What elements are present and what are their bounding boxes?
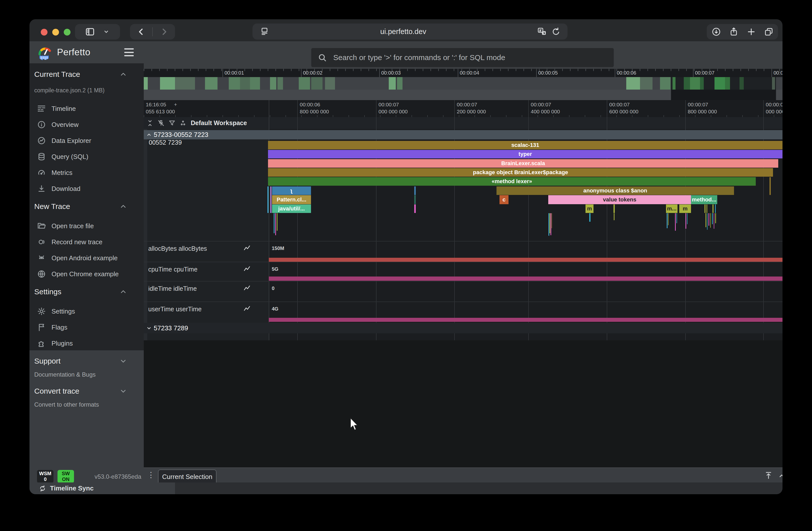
track-group-header-collapsed[interactable]: 57233 7289 xyxy=(144,323,783,333)
trace-slice[interactable] xyxy=(685,213,686,229)
section-subtitle[interactable]: Convert to other formats xyxy=(34,401,99,408)
trace-slice[interactable] xyxy=(274,213,275,233)
chevron-down-icon[interactable] xyxy=(102,28,111,36)
sidebar-toggle-icon[interactable] xyxy=(85,26,96,37)
sidebar-item-timeline[interactable]: Timeline xyxy=(29,102,144,115)
forward-button[interactable] xyxy=(153,27,175,37)
trace-slice[interactable]: method... xyxy=(691,195,717,204)
overview-time-ruler[interactable]: 00:00:0100:00:0200:00:0300:00:0400:00:05… xyxy=(144,69,783,77)
trace-slice[interactable] xyxy=(551,213,551,235)
chevron-down-icon[interactable] xyxy=(119,357,128,365)
trace-slice[interactable] xyxy=(668,213,668,225)
workspace-icon[interactable] xyxy=(179,120,187,127)
trace-slice[interactable] xyxy=(769,177,771,195)
trace-slice[interactable] xyxy=(715,205,716,213)
sidebar-item-open-trace-file[interactable]: Open trace file xyxy=(29,220,144,233)
close-window-button[interactable] xyxy=(41,29,47,36)
trace-slice[interactable]: value tokens xyxy=(548,195,691,204)
trace-slice[interactable]: c xyxy=(499,195,508,204)
trace-slice[interactable] xyxy=(712,213,713,224)
sidebar-item-settings[interactable]: Settings xyxy=(29,305,144,318)
trace-slice[interactable]: scalac-131 xyxy=(268,141,783,149)
viewport-time-ruler[interactable]: 16:16:05+055 613 00000:00:06800 000 0000… xyxy=(144,100,783,117)
trace-slice[interactable]: BrainLexer.scala xyxy=(268,159,778,168)
trace-slice[interactable] xyxy=(277,213,277,231)
trace-slice[interactable]: «method lexer» xyxy=(268,177,756,186)
counter-track-idleTime[interactable]: idleTime idleTime0 xyxy=(144,281,783,302)
section-subtitle[interactable]: Documentation & Bugs xyxy=(34,371,96,378)
trace-slice[interactable]: typer xyxy=(268,150,783,158)
trace-slice[interactable] xyxy=(687,213,687,224)
overview-minimap[interactable] xyxy=(144,77,783,100)
sidebar-item-record-new-trace[interactable]: Record new trace xyxy=(29,236,144,249)
tab-current-selection[interactable]: Current Selection xyxy=(158,470,217,483)
trace-slice[interactable] xyxy=(549,213,549,236)
chevron-up-icon[interactable] xyxy=(119,70,128,79)
trace-slice[interactable]: anonymous class $anon xyxy=(496,186,734,195)
chevron-up-icon[interactable] xyxy=(119,202,128,211)
address-bar[interactable]: ui.perfetto.dev xyxy=(252,24,567,40)
trace-slice[interactable]: java/util/... xyxy=(272,205,311,213)
translate-icon[interactable] xyxy=(537,27,547,37)
trace-slice[interactable] xyxy=(550,213,550,233)
chevron-down-icon[interactable] xyxy=(119,387,128,395)
trace-slice[interactable] xyxy=(714,213,714,229)
sidebar-item-overview[interactable]: Overview xyxy=(29,118,144,131)
trace-slice[interactable] xyxy=(551,213,552,228)
sidebar-item-data-explorer[interactable]: Data Explorer xyxy=(29,134,144,147)
minimize-window-button[interactable] xyxy=(52,29,59,36)
menu-icon[interactable] xyxy=(124,48,134,56)
sidebar-item-open-android-example[interactable]: Open Android example xyxy=(29,251,144,265)
trace-slice[interactable]: m... xyxy=(666,205,678,213)
trace-slice[interactable] xyxy=(707,213,708,230)
trace-slice[interactable] xyxy=(709,213,709,226)
trace-slice[interactable] xyxy=(267,186,269,213)
version-label[interactable]: v53.0-e87365eda xyxy=(95,473,141,480)
new-tab-icon[interactable] xyxy=(746,27,756,37)
track-group-header-expanded[interactable]: 57233-00552 7223 xyxy=(144,130,783,139)
sidebar-item-metrics[interactable]: Metrics xyxy=(29,166,144,179)
url-text[interactable]: ui.perfetto.dev xyxy=(270,28,537,36)
trace-slice[interactable]: Pattern.cl... xyxy=(272,195,311,204)
tab-overview-icon[interactable] xyxy=(764,27,774,37)
trace-slice[interactable] xyxy=(715,213,716,223)
collapse-all-icon[interactable] xyxy=(146,120,154,127)
downloads-icon[interactable] xyxy=(711,27,721,37)
trace-slice[interactable] xyxy=(707,205,707,213)
track-title[interactable]: 00552 7239 xyxy=(149,139,182,146)
drawer-handle[interactable]: ⋮ xyxy=(147,471,155,479)
chevron-up-icon[interactable] xyxy=(778,472,783,480)
timeline-sync-button[interactable]: Timeline Sync xyxy=(29,483,175,494)
zoom-window-button[interactable] xyxy=(64,29,71,36)
trace-slice[interactable] xyxy=(710,213,711,228)
trace-slice[interactable]: package object BrainLexer$package xyxy=(268,168,773,177)
trace-slice[interactable] xyxy=(270,186,272,213)
trace-slice[interactable] xyxy=(613,205,615,213)
trace-slice[interactable] xyxy=(677,213,677,223)
chevron-up-icon[interactable] xyxy=(119,288,128,296)
trace-slice[interactable] xyxy=(705,205,706,213)
reader-view-icon[interactable] xyxy=(260,27,270,37)
trace-slice[interactable]: m xyxy=(679,205,691,213)
trace-slice[interactable] xyxy=(706,213,706,227)
trace-slice[interactable] xyxy=(414,186,416,195)
sidebar-item-flags[interactable]: Flags xyxy=(29,321,144,334)
sidebar-item-query-sql-[interactable]: Query (SQL) xyxy=(29,150,144,163)
trace-slice[interactable] xyxy=(414,195,416,204)
reload-icon[interactable] xyxy=(551,27,561,37)
trace-slice[interactable] xyxy=(675,213,676,231)
trace-slice[interactable] xyxy=(712,205,713,213)
pin-off-icon[interactable] xyxy=(157,120,165,127)
trace-slice[interactable] xyxy=(589,213,591,222)
trace-slice[interactable] xyxy=(414,205,416,213)
expand-drawer-icon[interactable] xyxy=(764,471,773,480)
trace-slice[interactable]: m xyxy=(585,205,594,213)
trace-slice[interactable] xyxy=(275,213,276,235)
trace-slice[interactable]: ʅ xyxy=(272,186,311,195)
workspace-label[interactable]: Default Workspace xyxy=(191,120,247,127)
sidebar-item-open-chrome-example[interactable]: Open Chrome example xyxy=(29,267,144,280)
filter-icon[interactable] xyxy=(168,120,176,127)
search-input[interactable]: Search or type '>' for commands or ':' f… xyxy=(311,48,614,67)
sidebar-item-plugins[interactable]: Plugins xyxy=(29,337,144,350)
trace-slice[interactable] xyxy=(667,213,667,228)
